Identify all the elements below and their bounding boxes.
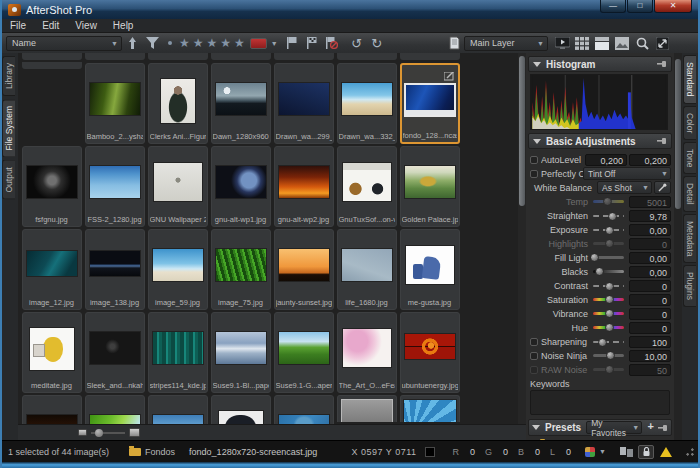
thumbnail-cell[interactable]: image_59.jpg [148, 229, 208, 310]
color-label-chevron-icon[interactable]: ▼ [271, 40, 278, 47]
thumbnail-cell[interactable] [337, 395, 397, 422]
menu-view[interactable]: View [67, 19, 105, 32]
autolevel-value-2[interactable]: 0,200 [629, 154, 671, 166]
pin-icon[interactable] [657, 60, 667, 68]
exposure-slider-knob[interactable] [605, 226, 614, 235]
flag-checkered-icon[interactable] [303, 35, 321, 51]
minimize-button[interactable]: — [600, 0, 626, 13]
chevron-down-icon[interactable]: ▼ [599, 448, 606, 455]
thumbnail-cell[interactable]: Clerks Ani...Figure.jpg [148, 63, 208, 144]
zero-star-icon[interactable] [168, 41, 172, 45]
thumbnail-cell[interactable]: image_138.jpg [85, 229, 145, 310]
raw-noise-checkbox[interactable] [530, 366, 538, 374]
thumbnail-cell[interactable]: stripes114_kde.jpg [148, 312, 208, 393]
slideshow-icon[interactable] [553, 35, 571, 51]
raw-noise-value[interactable]: 50 [629, 364, 671, 376]
fill-light-value[interactable]: 0,00 [629, 252, 671, 264]
thumbnail-cell[interactable]: Bamboo_2...ysha.jpg [85, 63, 145, 144]
panel-tab-color[interactable]: Color [683, 106, 696, 140]
thumbnail-cell[interactable]: FSS-2_1280.jpg [85, 146, 145, 227]
sharpening-slider-knob[interactable] [598, 338, 607, 347]
thumbnail-cell[interactable]: Drawn_wa...299_.jpg [274, 63, 334, 144]
star-icon[interactable]: ★ [220, 36, 234, 50]
thumbnail-cell[interactable]: gnu-alt-wp2.jpg [274, 146, 334, 227]
hue-slider-knob[interactable] [605, 323, 614, 332]
thumbnail-cell-partial[interactable] [337, 53, 397, 60]
star-rating-filter[interactable]: ★★★★★ [179, 36, 248, 50]
title-bar[interactable]: AfterShot Pro — □ ✕ [2, 0, 698, 19]
thumbnail-cell[interactable]: Wallpaper02.jpg [274, 395, 334, 424]
thumbnail-cell-partial[interactable] [22, 62, 82, 69]
autolevel-checkbox[interactable] [530, 156, 538, 164]
magnifier-icon[interactable] [633, 35, 651, 51]
noise-ninja-value[interactable]: 10,00 [629, 350, 671, 362]
layer-dropdown[interactable]: Main Layer ▼ [464, 36, 548, 51]
rotate-right-icon[interactable]: ↻ [368, 35, 386, 51]
fullscreen-icon[interactable] [653, 35, 671, 51]
raw-noise-slider-knob[interactable] [605, 365, 614, 374]
sharpening-checkbox[interactable] [530, 338, 538, 346]
large-thumbnails-icon[interactable] [129, 428, 140, 437]
current-folder[interactable]: Fondos [145, 447, 175, 457]
highlights-slider[interactable] [593, 242, 624, 245]
vibrance-value[interactable]: 0 [629, 308, 671, 320]
vibrance-slider-knob[interactable] [605, 309, 614, 318]
pin-icon[interactable] [658, 424, 668, 432]
presets-filter-dropdown[interactable]: My Favorites ▼ [586, 421, 642, 434]
thumbnail-cell[interactable]: vista-wall...h-tree.jpg [85, 395, 145, 424]
thumbnail-cell[interactable]: life_1680.jpg [337, 229, 397, 310]
temp-slider[interactable] [593, 200, 624, 203]
exposure-value[interactable]: 0,00 [629, 224, 671, 236]
thumbnail-cell[interactable]: me-gusta.jpg [400, 229, 460, 310]
thumbnail-cell-partial[interactable] [22, 53, 82, 60]
perfectly-clear-checkbox[interactable] [530, 170, 538, 178]
resize-grip[interactable] [686, 448, 694, 456]
fill-light-slider-knob[interactable] [590, 253, 599, 262]
thumbnail-cell[interactable]: vista-wall...r-dock.jpg [148, 395, 208, 424]
close-button[interactable]: ✕ [654, 0, 692, 13]
flag-icon[interactable] [283, 35, 301, 51]
flag-remove-icon[interactable] [323, 35, 341, 51]
thumbnail-cell[interactable]: Suse9.1-G...apers.jpg [274, 312, 334, 393]
lock-icon[interactable] [638, 445, 654, 459]
vibrance-slider[interactable] [593, 312, 624, 315]
color-management-icon[interactable] [585, 447, 595, 457]
thumbnail-cell[interactable]: image_12.jpg [22, 229, 82, 310]
saturation-slider[interactable] [593, 298, 624, 301]
thumbnail-cell[interactable] [400, 395, 460, 422]
thumbnail-cell[interactable]: fondo_128...ncast.jpg [400, 63, 460, 144]
sharpening-slider[interactable] [593, 341, 624, 343]
thumbnail-cell[interactable]: fsfgnu.jpg [22, 146, 82, 227]
thumbnail-cell[interactable]: jaunty-sunset.jpg [274, 229, 334, 310]
panel-tab-plugins[interactable]: Plugins [683, 265, 696, 307]
blacks-value[interactable]: 0,00 [629, 266, 671, 278]
grid-scrollbar-thumb[interactable] [519, 56, 525, 206]
panel-tab-metadata[interactable]: Metadata [683, 214, 696, 263]
fill-light-slider[interactable] [593, 256, 624, 259]
temp-value[interactable]: 5001 [629, 196, 671, 208]
thumbnail-cell-partial[interactable] [85, 53, 145, 60]
thumbnail-cell[interactable]: The_Art_O...eFear.jpg [337, 312, 397, 393]
browse-view-icon[interactable] [593, 35, 611, 51]
thumbnail-cell[interactable]: Dawn_1280x960.jpg [211, 63, 271, 144]
highlights-slider-knob[interactable] [605, 239, 614, 248]
star-icon[interactable]: ★ [234, 36, 248, 50]
thumbnail-cell[interactable]: ubuntuenergy.jpg [400, 312, 460, 393]
white-balance-dropdown[interactable]: As Shot ▼ [597, 181, 652, 194]
sort-direction-icon[interactable] [123, 35, 141, 51]
thumbnail-size-slider[interactable] [87, 432, 129, 434]
thumbnail-cell[interactable]: Suse9.1-Bl...papers.jpg [211, 312, 271, 393]
dual-monitor-icon[interactable] [618, 445, 634, 459]
small-thumbnails-icon[interactable] [78, 429, 87, 436]
thumbnail-cell[interactable]: Golden Palace.jpg [400, 146, 460, 227]
sharpening-value[interactable]: 100 [629, 336, 671, 348]
presets-header[interactable]: Presets My Favorites ▼ + [528, 419, 672, 436]
collapse-triangle-icon[interactable] [533, 62, 541, 67]
collapse-triangle-icon[interactable] [533, 139, 541, 144]
grid-scrollbar[interactable] [518, 53, 526, 424]
thumbnail-cell-partial[interactable] [148, 53, 208, 60]
star-icon[interactable]: ★ [193, 36, 207, 50]
contrast-slider[interactable] [593, 285, 624, 287]
hue-value[interactable]: 0 [629, 322, 671, 334]
straighten-slider[interactable] [593, 215, 624, 217]
